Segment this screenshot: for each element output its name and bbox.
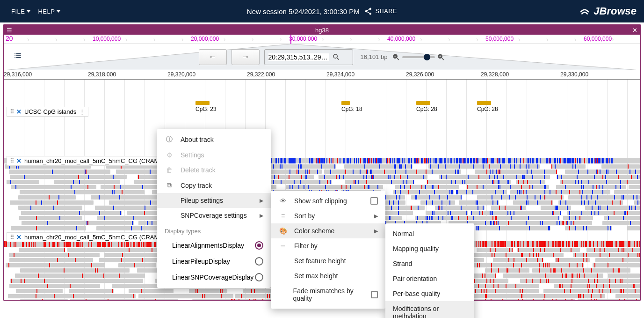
radio-icon bbox=[255, 257, 263, 266]
overview-scalebar[interactable]: 20 10,000,000 20,000,000 30,000,000 40,0… bbox=[4, 35, 640, 44]
eye-icon: 👁 bbox=[278, 197, 288, 205]
assembly-name: hg38 bbox=[315, 27, 329, 34]
pileup-settings-submenu: 👁Show soft clipping ≡Sort by▶ 🎨Color sch… bbox=[271, 191, 385, 309]
jbrowse-icon bbox=[579, 5, 591, 17]
menu-color-scheme[interactable]: 🎨Color scheme▶ bbox=[271, 223, 385, 238]
bp-length-label: 16,101 bp bbox=[361, 53, 388, 60]
checkbox-icon bbox=[370, 197, 378, 205]
overview-tick: 50,000,000 bbox=[485, 36, 514, 42]
pan-left-button[interactable]: ← bbox=[199, 49, 227, 65]
cpg-track: CpG: 23 CpG: 18 CpG: 28 CpG: 28 bbox=[4, 80, 640, 131]
track-context-menu: ⓘAbout track ⚙Settings 🗑Delete track ⧉Co… bbox=[157, 129, 271, 288]
search-icon[interactable] bbox=[332, 53, 340, 61]
radio-icon bbox=[255, 273, 263, 281]
close-view-button[interactable]: ✕ bbox=[630, 27, 640, 34]
menu-set-max-height[interactable]: Set max height bbox=[271, 268, 385, 283]
ruler-tick: 29,322,000 bbox=[247, 71, 275, 78]
menu-show-soft-clipping[interactable]: 👁Show soft clipping bbox=[271, 193, 385, 208]
zoom-slider-knob[interactable] bbox=[424, 54, 430, 60]
help-menu[interactable]: HELP bbox=[34, 5, 64, 18]
display-type-linear-snp[interactable]: LinearSNPCoverageDisplay bbox=[157, 269, 271, 285]
overview-tick: 40,000,000 bbox=[387, 36, 415, 42]
palette-icon: 🎨 bbox=[278, 227, 288, 235]
ruler-tick: 29,316,000 bbox=[4, 71, 32, 78]
menu-sort-by[interactable]: ≡Sort by▶ bbox=[271, 208, 385, 223]
color-modifications[interactable]: Modifications or methylation bbox=[385, 301, 474, 318]
cpg-feature[interactable] bbox=[195, 101, 210, 105]
close-track-button[interactable]: ✕ bbox=[16, 157, 22, 164]
overview-tick: 60,000,000 bbox=[584, 36, 612, 42]
track-label: ⠿ ✕ human_chr20_mod_call_5mC_5hmC_CG (CR… bbox=[7, 232, 174, 242]
ruler-tick: 29,330,000 bbox=[560, 71, 588, 78]
color-normal[interactable]: Normal bbox=[385, 226, 474, 241]
info-icon: ⓘ bbox=[165, 135, 174, 144]
menu-snp-settings[interactable]: SNPCoverage settings▶ bbox=[157, 208, 271, 223]
color-mapping-quality[interactable]: Mapping quality bbox=[385, 241, 474, 256]
menu-settings: ⚙Settings bbox=[157, 148, 271, 163]
drag-handle-icon[interactable]: ⠿ bbox=[10, 157, 14, 164]
close-track-button[interactable]: ✕ bbox=[16, 108, 22, 115]
copy-icon: ⧉ bbox=[165, 181, 174, 189]
radio-checked-icon bbox=[255, 241, 263, 250]
pan-right-button[interactable]: → bbox=[232, 49, 260, 65]
drag-handle-icon[interactable]: ⠿ bbox=[10, 108, 14, 115]
trash-icon: 🗑 bbox=[165, 166, 174, 174]
menu-section-label: Display types bbox=[157, 223, 271, 237]
location-search[interactable] bbox=[264, 49, 353, 65]
menu-fade-mismatches[interactable]: Fade mismatches by quality bbox=[271, 283, 385, 306]
cpg-feature[interactable] bbox=[477, 101, 491, 105]
color-per-base-quality[interactable]: Per-base quality bbox=[385, 286, 474, 301]
close-track-button[interactable]: ✕ bbox=[16, 234, 22, 241]
zoom-slider[interactable] bbox=[402, 56, 435, 58]
track-menu-button[interactable]: ⋮ bbox=[79, 108, 85, 115]
menu-filter-by[interactable]: ≣Filter by bbox=[271, 238, 385, 253]
zoom-out-button[interactable] bbox=[392, 53, 400, 61]
checkbox-icon bbox=[371, 291, 378, 298]
share-button[interactable]: SHARE bbox=[364, 7, 397, 15]
overview-visible-region bbox=[290, 35, 291, 44]
app-topbar: FILE HELP New session 5/24/2021, 3:00:30… bbox=[0, 0, 644, 22]
sequence-ruler[interactable]: 29,316,000 29,318,000 29,320,000 29,322,… bbox=[4, 70, 640, 80]
brand-logo: JBrowse bbox=[579, 5, 637, 17]
menu-copy-track[interactable]: ⧉Copy track bbox=[157, 177, 271, 193]
menu-about-track[interactable]: ⓘAbout track bbox=[157, 132, 271, 148]
overview-tick: 20,000,000 bbox=[191, 36, 219, 42]
ruler-tick: 29,320,000 bbox=[167, 71, 195, 78]
gear-icon: ⚙ bbox=[165, 151, 174, 159]
cpg-feature[interactable] bbox=[341, 101, 350, 105]
zoom-in-button[interactable] bbox=[437, 53, 445, 61]
color-strand[interactable]: Strand bbox=[385, 256, 474, 271]
view-header: ☰ hg38 ✕ bbox=[4, 25, 640, 35]
caret-down-icon bbox=[27, 10, 30, 13]
track-selector-button[interactable] bbox=[13, 51, 22, 63]
color-pair-orientation[interactable]: Pair orientation bbox=[385, 271, 474, 286]
menu-pileup-settings[interactable]: Pileup settings▶ bbox=[157, 193, 271, 208]
display-type-linear-pileup[interactable]: LinearPileupDisplay bbox=[157, 253, 271, 269]
track-label: ⠿ ✕ UCSC CpG islands ⋮ bbox=[7, 107, 88, 117]
track-name: human_chr20_mod_call_5mC_5hmC_CG (CRAM) bbox=[24, 157, 161, 164]
track-name: human_chr20_mod_call_5mC_5hmC_CG (CRAM) bbox=[24, 234, 161, 241]
menu-delete-track: 🗑Delete track bbox=[157, 163, 271, 177]
cpg-feature-label: CpG: 28 bbox=[416, 106, 437, 112]
chevron-right-icon: ▶ bbox=[260, 213, 263, 219]
display-type-linear-alignments[interactable]: LinearAlignmentsDisplay bbox=[157, 237, 271, 253]
share-icon bbox=[364, 7, 373, 15]
overview-tick: 10,000,000 bbox=[93, 36, 121, 42]
session-title: New session 5/24/2021, 3:00:30 PM bbox=[247, 7, 360, 15]
menu-set-feature-height[interactable]: Set feature height bbox=[271, 253, 385, 268]
navigation-controls: ← → 16,101 bp bbox=[4, 44, 640, 70]
track-label: ⠿ ✕ human_chr20_mod_call_5mC_5hmC_CG (CR… bbox=[7, 156, 174, 166]
cpg-feature[interactable] bbox=[416, 101, 430, 105]
track-name: UCSC CpG islands bbox=[24, 108, 76, 115]
file-menu[interactable]: FILE bbox=[7, 5, 34, 18]
view-menu-button[interactable]: ☰ bbox=[4, 27, 15, 34]
chevron-right-icon: ▶ bbox=[260, 198, 263, 204]
chromosome-label: 20 bbox=[6, 35, 13, 42]
color-scheme-submenu: Normal Mapping quality Strand Pair orien… bbox=[385, 223, 474, 318]
cpg-feature-label: CpG: 23 bbox=[195, 106, 217, 112]
location-input[interactable] bbox=[268, 53, 329, 61]
drag-handle-icon[interactable]: ⠿ bbox=[10, 234, 14, 241]
cpg-feature-label: CpG: 28 bbox=[477, 106, 498, 112]
sort-icon: ≡ bbox=[278, 212, 288, 220]
ruler-tick: 29,326,000 bbox=[406, 71, 434, 78]
